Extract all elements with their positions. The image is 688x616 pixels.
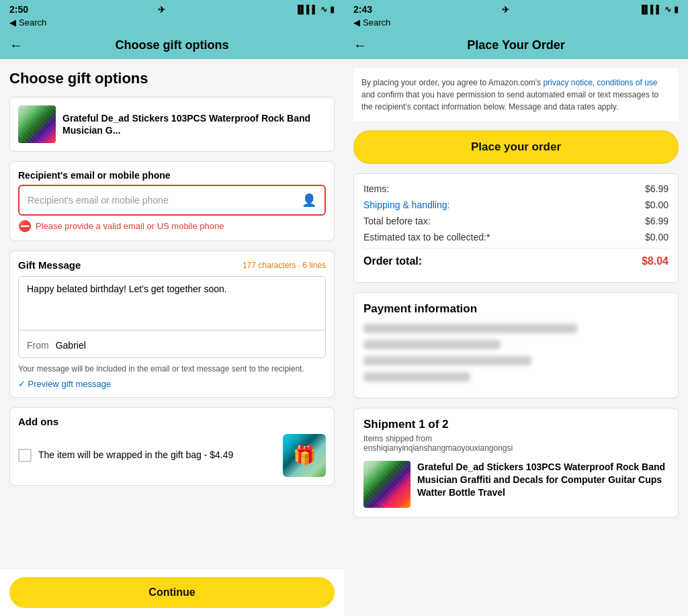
tax-row: Estimated tax to be collected:* $0.00 (363, 232, 669, 243)
gift-helper-text: Your message will be included in the ema… (18, 363, 326, 375)
right-battery-icon: ▮ (674, 5, 679, 14)
left-content: Choose gift options Grateful De_ad Stick… (0, 59, 344, 568)
total-before-tax-amount: $6.99 (645, 216, 669, 226)
gift-message-from-row: From Gabriel (19, 333, 325, 357)
right-time: 2:43 (353, 4, 372, 15)
right-search-bar: ◀ Search (344, 17, 688, 34)
shipment-product-thumbnail (363, 461, 411, 508)
right-phone: 2:43 ✈ ▐▌▌▌ ∿ ▮ ◀ Search ← Place Your Or… (344, 0, 688, 616)
right-nav-bar: ← Place Your Order (344, 34, 688, 59)
payment-section: Payment information (353, 292, 679, 398)
right-search-label: Search (363, 17, 390, 28)
error-message-row: ⛔ Please provide a valid email or US mob… (18, 220, 326, 232)
addon-row: The item will be wrapped in the gift bag… (18, 434, 326, 477)
shipping-amount: $0.00 (645, 200, 669, 210)
addon-checkbox[interactable] (18, 449, 32, 462)
legal-text-section: By placing your order, you agree to Amaz… (353, 69, 679, 121)
shipment-title: Shipment 1 of 2 (363, 418, 669, 431)
right-back-search[interactable]: ◀ Search (353, 17, 679, 28)
payment-blurred-line-4 (363, 372, 470, 382)
error-text: Please provide a valid email or US mobil… (36, 221, 224, 231)
items-label: Items: (363, 183, 389, 194)
left-back-search[interactable]: ◀ Search (9, 17, 335, 28)
items-row: Items: $6.99 (363, 183, 669, 194)
addons-label: Add ons (18, 416, 326, 427)
gift-message-textarea[interactable]: Happy belated birthday! Let's get togeth… (19, 277, 325, 331)
left-page-title: Choose gift options (9, 70, 335, 87)
left-phone: 2:50 ✈ ▐▌▌▌ ∿ ▮ ◀ Search ← Choose gift o… (0, 0, 344, 616)
left-status-bar: 2:50 ✈ ▐▌▌▌ ∿ ▮ (0, 0, 344, 17)
back-arrow-icon: ◀ (9, 17, 16, 28)
recipient-placeholder: Recipient's email or mobile phone (28, 195, 169, 206)
shipment-product-name: Grateful De_ad Stickers 103PCS Waterproo… (417, 461, 669, 499)
recipient-section: → Recipient's email or mobile phone Reci… (9, 161, 335, 241)
right-nav-title: Place Your Order (467, 38, 564, 52)
error-circle-icon: ⛔ (18, 220, 32, 232)
right-content: By placing your order, you agree to Amaz… (344, 59, 688, 616)
right-wifi-icon: ∿ (664, 5, 671, 14)
shipment-section: Shipment 1 of 2 Items shipped from enshi… (353, 408, 679, 518)
battery-icon: ▮ (330, 5, 335, 14)
place-order-button[interactable]: Place your order (353, 130, 679, 164)
shipment-from-name: enshiqianyinqianshangmaoyouxiangongsi (363, 443, 513, 453)
product-thumbnail (18, 105, 56, 143)
addon-image (283, 434, 326, 477)
payment-title: Payment information (363, 302, 669, 316)
addon-text: The item will be wrapped in the gift bag… (38, 449, 276, 462)
product-row: Grateful De_ad Stickers 103PCS Waterproo… (18, 105, 326, 143)
addons-section: Add ons The item will be wrapped in the … (9, 407, 335, 486)
right-navigate-icon: ✈ (502, 5, 509, 15)
search-label: Search (19, 17, 46, 28)
char-count: 177 characters · 6 lines (243, 261, 326, 270)
gift-message-header: Gift Message 177 characters · 6 lines (18, 259, 326, 271)
order-summary-card: Items: $6.99 Shipping & handling: $0.00 … (353, 173, 679, 283)
shipping-label: Shipping & handling: (363, 200, 449, 210)
right-signal-icon: ▐▌▌▌ (639, 5, 662, 14)
continue-btn-area: Continue (0, 568, 344, 616)
recipient-label: Recipient's email or mobile phone (18, 170, 326, 181)
order-total-label: Order total: (363, 255, 422, 267)
left-nav-bar: ← Choose gift options (0, 34, 344, 59)
gift-message-label: Gift Message (18, 259, 81, 271)
from-label: From (27, 340, 49, 351)
right-status-icons: ▐▌▌▌ ∿ ▮ (639, 5, 679, 14)
right-status-bar: 2:43 ✈ ▐▌▌▌ ∿ ▮ (344, 0, 688, 17)
tax-amount: $0.00 (645, 232, 669, 243)
shipment-from: Items shipped from enshiqianyinqianshang… (363, 434, 669, 453)
payment-blurred-line-1 (363, 324, 577, 333)
red-arrow-indicator: → (0, 183, 2, 220)
tax-label: Estimated tax to be collected:* (363, 232, 490, 243)
left-time: 2:50 (9, 4, 28, 15)
left-back-button[interactable]: ← (9, 38, 23, 53)
left-search-bar: ◀ Search (0, 17, 344, 34)
order-total-amount: $8.04 (642, 255, 669, 267)
from-name: Gabriel (56, 340, 86, 351)
gift-message-section: Gift Message 177 characters · 6 lines Ha… (9, 251, 335, 398)
wifi-icon: ∿ (320, 5, 327, 14)
continue-button[interactable]: Continue (9, 577, 335, 608)
payment-blurred-line-2 (363, 340, 501, 349)
left-navigate-icon: ✈ (158, 5, 165, 15)
shipment-product-row: Grateful De_ad Stickers 103PCS Waterproo… (363, 461, 669, 508)
right-back-button[interactable]: ← (353, 38, 367, 53)
preview-link[interactable]: ✓ Preview gift message (18, 379, 326, 389)
privacy-notice-link[interactable]: privacy notice (543, 78, 592, 87)
product-name: Grateful De_ad Stickers 103PCS Waterproo… (62, 112, 326, 136)
order-total-row: Order total: $8.04 (363, 248, 669, 267)
left-status-icons: ▐▌▌▌ ∿ ▮ (295, 5, 335, 14)
items-amount: $6.99 (645, 183, 669, 194)
person-add-icon: 👤 (302, 193, 316, 208)
recipient-input-wrapper[interactable]: Recipient's email or mobile phone 👤 (18, 185, 326, 216)
product-card: Grateful De_ad Stickers 103PCS Waterproo… (9, 97, 335, 152)
shipping-row: Shipping & handling: $0.00 (363, 200, 669, 210)
total-before-tax-row: Total before tax: $6.99 (363, 216, 669, 226)
total-before-tax-label: Total before tax: (363, 216, 431, 226)
shipment-from-label: Items shipped from (363, 434, 432, 443)
payment-blurred-line-3 (363, 356, 531, 365)
signal-icon: ▐▌▌▌ (295, 5, 318, 14)
right-back-arrow-icon: ◀ (353, 17, 360, 28)
left-nav-title: Choose gift options (116, 38, 229, 52)
gift-message-box: Happy belated birthday! Let's get togeth… (18, 276, 326, 358)
conditions-of-use-link[interactable]: conditions of use (597, 78, 657, 87)
